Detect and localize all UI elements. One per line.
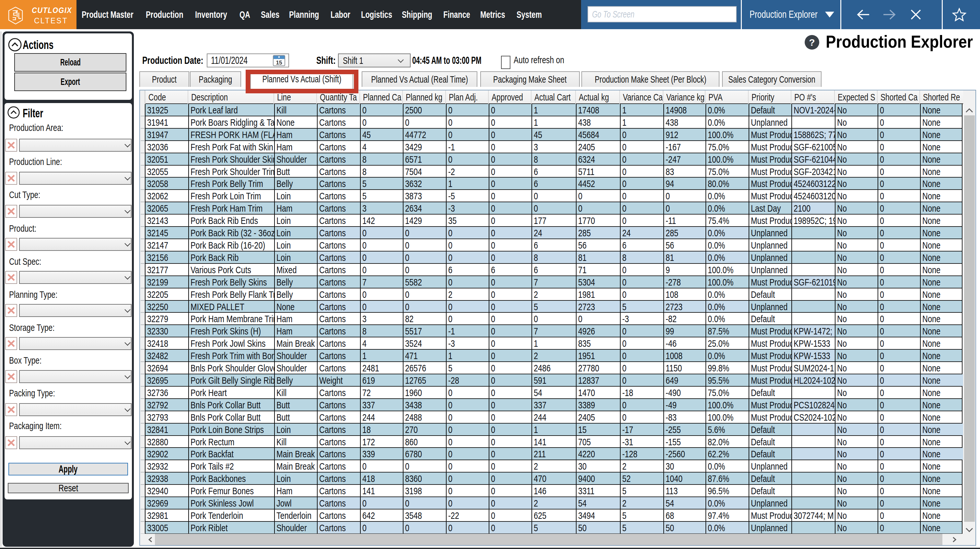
svg-text:15: 15 <box>276 60 282 66</box>
